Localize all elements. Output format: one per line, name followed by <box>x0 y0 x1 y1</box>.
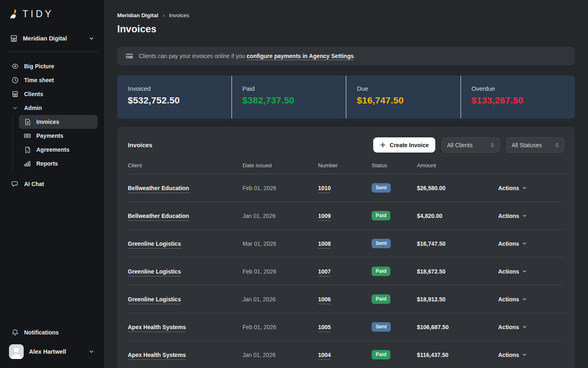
date-issued: Mar 01, 2026 <box>243 240 276 247</box>
sidebar-item-invoices[interactable]: $ Invoices <box>19 115 98 129</box>
actions-label: Actions <box>498 185 519 191</box>
sidebar-item-label: Admin <box>24 105 42 111</box>
invoice-amount: $116,437.50 <box>417 352 448 358</box>
storefront-icon <box>11 90 19 98</box>
status-badge: Paid <box>372 211 390 220</box>
client-link[interactable]: Greenline Logistics <box>128 296 181 304</box>
invoice-number-link[interactable]: 1006 <box>318 296 331 304</box>
breadcrumb: Meridian Digital › Invoices <box>117 12 575 18</box>
status-badge: Sent <box>372 239 391 248</box>
agency-settings-link[interactable]: configure payments in Agency Settings <box>247 53 354 59</box>
status-badge: Paid <box>372 294 390 304</box>
main-content: Meridian Digital › Invoices Invoices Cli… <box>104 0 588 368</box>
invoice-number-link[interactable]: 1008 <box>318 240 331 249</box>
actions-button[interactable]: Actions <box>498 268 527 275</box>
client-link[interactable]: Apex Health Systems <box>128 324 186 332</box>
client-link[interactable]: Bellweather Education <box>128 213 189 221</box>
breadcrumb-separator-icon: › <box>163 12 165 18</box>
stat-value: $382,737.50 <box>243 95 336 106</box>
storefront-icon <box>10 34 18 43</box>
invoice-amount: $16,747.50 <box>417 240 445 247</box>
date-issued: Jan 01, 2026 <box>243 296 276 303</box>
client-filter-select[interactable]: All Clients <box>442 137 500 153</box>
document-icon <box>24 146 31 153</box>
chevron-down-icon <box>11 105 19 111</box>
invoice-table-row: Apex Health Systems Jan 01, 2026 1004 Pa… <box>128 341 564 368</box>
payments-info-banner: Clients can pay your invoices online if … <box>117 47 575 65</box>
invoice-number-link[interactable]: 1005 <box>318 324 331 332</box>
invoice-amount: $26,580.00 <box>417 185 445 191</box>
plus-icon <box>380 142 386 148</box>
stat-label: Due <box>357 85 450 92</box>
chevron-down-icon <box>522 269 527 274</box>
date-issued: Feb 01, 2026 <box>243 324 276 330</box>
chevron-down-icon <box>522 324 527 330</box>
panel-title: Invoices <box>128 141 152 148</box>
sidebar-item-clients[interactable]: Clients <box>7 87 98 101</box>
column-header-number: Number <box>318 162 372 174</box>
sidebar-item-time-sheet[interactable]: Time sheet <box>7 73 98 87</box>
eye-icon <box>11 63 19 70</box>
user-name: Alex Hartwell <box>29 348 66 355</box>
client-link[interactable]: Greenline Logistics <box>128 268 181 276</box>
breadcrumb-current: Invoices <box>169 12 189 18</box>
invoice-table-row: Greenline Logistics Feb 01, 2026 1007 Pa… <box>128 258 564 285</box>
status-badge: Sent <box>372 183 391 193</box>
date-issued: Jan 01, 2026 <box>243 213 276 219</box>
invoice-number-link[interactable]: 1007 <box>318 268 331 276</box>
invoice-number-link[interactable]: 1009 <box>318 213 331 221</box>
user-menu[interactable]: Alex Hartwell <box>7 339 98 362</box>
actions-button[interactable]: Actions <box>498 240 527 247</box>
sidebar-item-ai-chat[interactable]: AI Chat <box>7 177 98 191</box>
column-header-client: Client <box>128 162 243 174</box>
sidebar-nav: Big Picture Time sheet Clients <box>0 52 104 191</box>
actions-button[interactable]: Actions <box>498 185 527 191</box>
actions-button[interactable]: Actions <box>498 352 527 358</box>
client-link[interactable]: Greenline Logistics <box>128 240 181 249</box>
chevron-down-icon <box>522 352 527 357</box>
workspace-selector[interactable]: Meridian Digital <box>7 31 98 46</box>
app-name: TIDY <box>22 9 53 20</box>
chevron-up-down-icon <box>490 142 495 148</box>
stat-cell: Invoiced $532,752.50 <box>117 76 232 119</box>
sidebar-item-payments[interactable]: Payments <box>19 129 98 143</box>
invoice-table-row: Greenline Logistics Mar 01, 2026 1008 Se… <box>128 230 564 258</box>
sidebar-item-admin[interactable]: Admin <box>7 101 98 115</box>
breadcrumb-workspace-link[interactable]: Meridian Digital <box>117 12 158 18</box>
actions-button[interactable]: Actions <box>498 213 527 219</box>
client-link[interactable]: Bellweather Education <box>128 185 189 193</box>
notifications-button[interactable]: Notifications <box>7 325 98 339</box>
client-link[interactable]: Apex Health Systems <box>128 352 186 360</box>
actions-button[interactable]: Actions <box>498 296 527 303</box>
invoice-table: Client Date issued Number Status Amount … <box>128 162 564 368</box>
stat-value: $532,752.50 <box>128 95 221 106</box>
invoice-amount: $18,912.50 <box>417 296 445 303</box>
sidebar-item-agreements[interactable]: Agreements <box>19 143 98 157</box>
actions-label: Actions <box>498 240 519 247</box>
admin-submenu: $ Invoices Payments <box>13 115 98 171</box>
status-badge: Paid <box>372 267 390 276</box>
svg-text:$: $ <box>27 120 29 124</box>
invoice-number-link[interactable]: 1004 <box>318 352 331 360</box>
create-invoice-button[interactable]: Create Invoice <box>373 137 435 153</box>
chevron-down-icon <box>522 213 527 218</box>
chevron-down-icon <box>89 36 94 41</box>
actions-button[interactable]: Actions <box>498 324 527 330</box>
sidebar-item-reports[interactable]: Reports <box>19 157 98 171</box>
broom-icon <box>9 9 20 20</box>
column-header-status: Status <box>372 162 417 174</box>
chevron-down-icon <box>89 349 94 355</box>
status-filter-select[interactable]: All Statuses <box>506 137 564 153</box>
cash-icon <box>24 132 31 139</box>
sidebar-item-big-picture[interactable]: Big Picture <box>7 59 98 73</box>
actions-label: Actions <box>498 213 519 219</box>
stat-cell: Due $16,747.50 <box>346 76 461 119</box>
sidebar-item-label: Reports <box>36 160 58 167</box>
clock-icon <box>11 76 19 84</box>
invoice-amount: $4,820.00 <box>417 213 442 219</box>
chevron-down-icon <box>522 185 527 191</box>
invoice-amount: $106,687.50 <box>417 324 449 330</box>
sidebar-item-label: Invoices <box>36 119 59 125</box>
invoice-table-body: Bellweather Education Feb 01, 2026 1010 … <box>128 174 564 368</box>
invoice-number-link[interactable]: 1010 <box>318 185 331 193</box>
